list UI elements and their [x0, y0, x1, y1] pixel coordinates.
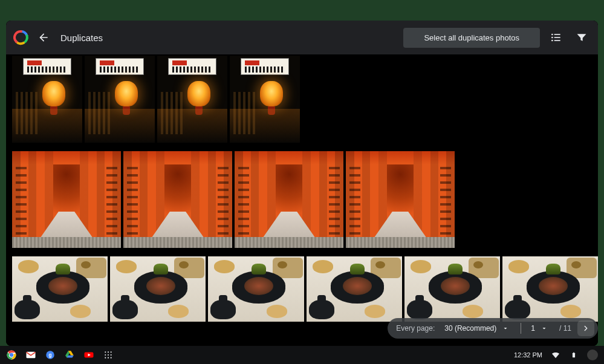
svg-rect-6: [554, 40, 560, 41]
photo-thumbnail[interactable]: [12, 151, 121, 248]
pagination-bar: Every page: 30 (Recommed) 1 / 11: [388, 318, 598, 339]
youtube-icon[interactable]: [83, 349, 94, 360]
photo-thumbnail[interactable]: [12, 56, 82, 143]
photo-thumbnail[interactable]: [346, 151, 455, 248]
wifi-icon[interactable]: [551, 350, 560, 360]
page-title: Duplicates: [60, 33, 103, 43]
duplicate-group: [12, 256, 598, 322]
duplicate-group: [12, 56, 598, 143]
divider: [521, 323, 521, 334]
user-avatar[interactable]: [587, 349, 598, 360]
app-window: Duplicates Select all duplicates photos: [6, 21, 598, 346]
chevron-down-icon: [500, 323, 511, 334]
svg-point-14: [108, 351, 109, 353]
back-button[interactable]: [36, 30, 51, 45]
svg-point-17: [108, 354, 109, 356]
current-page: 1: [531, 324, 535, 333]
drive-icon[interactable]: [64, 349, 75, 360]
clock[interactable]: 12:32 PM: [514, 351, 542, 359]
photo-thumbnail[interactable]: [404, 256, 500, 322]
svg-rect-4: [554, 37, 560, 38]
svg-point-19: [105, 357, 106, 359]
svg-rect-22: [573, 353, 575, 358]
svg-point-18: [111, 354, 112, 356]
photo-thumbnail[interactable]: [110, 256, 206, 322]
page-size-select[interactable]: 30 (Recommed): [441, 323, 515, 334]
filter-icon[interactable]: [573, 28, 591, 47]
top-bar: Duplicates Select all duplicates photos: [6, 21, 598, 54]
photo-thumbnail[interactable]: [502, 256, 598, 322]
svg-point-5: [551, 40, 553, 42]
page-size-value: 30 (Recommed): [444, 324, 496, 333]
page-total: / 11: [559, 324, 571, 333]
svg-rect-2: [554, 34, 560, 35]
svg-point-3: [551, 37, 553, 39]
page-select[interactable]: 1: [527, 323, 553, 334]
battery-icon[interactable]: [569, 350, 579, 360]
svg-point-13: [105, 351, 106, 353]
gmail-icon[interactable]: [25, 349, 36, 360]
svg-point-8: [10, 353, 13, 357]
photo-thumbnail[interactable]: [307, 256, 402, 322]
svg-rect-23: [573, 353, 574, 353]
chevron-down-icon: [539, 323, 550, 334]
photo-thumbnail[interactable]: [123, 151, 232, 248]
next-page-button[interactable]: [577, 320, 594, 336]
svg-point-20: [108, 357, 109, 359]
photo-thumbnail[interactable]: [12, 256, 108, 322]
photo-thumbnail[interactable]: [157, 56, 227, 143]
svg-point-16: [105, 354, 106, 356]
duplicate-group: [12, 151, 598, 248]
photo-thumbnail[interactable]: [208, 256, 304, 322]
os-taskbar: g 12:32 PM: [0, 346, 604, 364]
app-launcher-icon[interactable]: [103, 349, 114, 360]
svg-point-1: [551, 34, 553, 36]
list-view-icon[interactable]: [547, 28, 565, 47]
app-logo-icon: [13, 30, 29, 45]
svg-point-21: [111, 357, 112, 359]
thumbnail-grid: [6, 54, 598, 346]
google-search-icon[interactable]: g: [45, 349, 56, 360]
svg-point-15: [111, 351, 112, 353]
every-page-label: Every page:: [396, 324, 435, 333]
photo-thumbnail[interactable]: [85, 56, 155, 143]
photo-thumbnail[interactable]: [230, 56, 300, 143]
chrome-icon[interactable]: [6, 349, 17, 360]
svg-text:g: g: [48, 353, 51, 358]
photo-thumbnail[interactable]: [235, 151, 343, 248]
select-all-button[interactable]: Select all duplicates photos: [403, 28, 540, 48]
